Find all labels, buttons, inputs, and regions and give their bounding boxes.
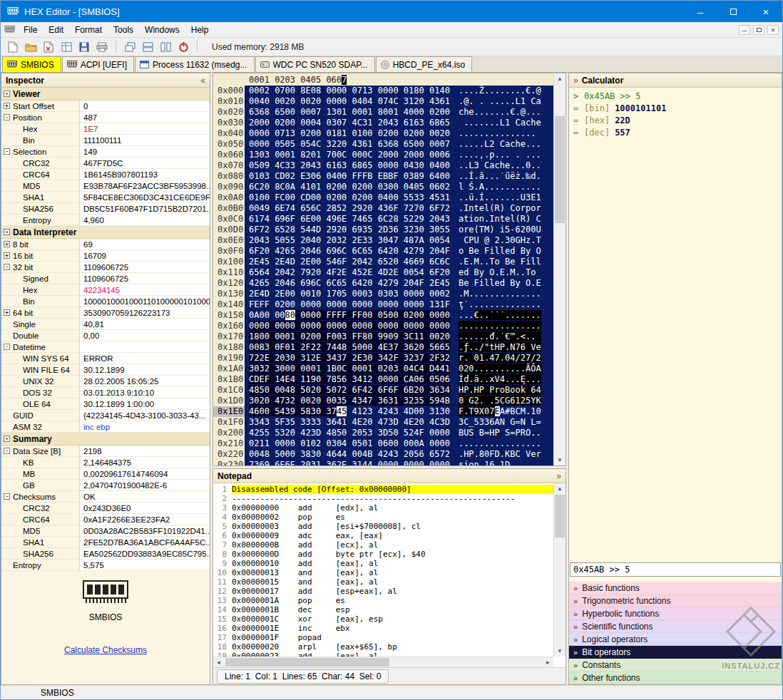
menu-tools[interactable]: Tools	[108, 23, 139, 37]
hex-row[interactable]: 0x2200048 5000 3830 4644 004B 4243 2056 …	[213, 449, 553, 460]
hex-row[interactable]: 0x0906C20 8C0A 4101 0200 0200 0300 0405 …	[213, 182, 553, 192]
category-bit-operators[interactable]: »Bit operators	[569, 646, 782, 659]
tab-hbcd-pe-x64-iso[interactable]: HBCD_PE_x64.iso	[376, 56, 472, 72]
grid-view-icon[interactable]	[58, 40, 74, 54]
menu-file[interactable]: File	[18, 23, 43, 37]
tab-smbios[interactable]: SMBIOS	[2, 56, 61, 72]
maximize-icon[interactable]	[717, 1, 749, 22]
category-scientific-functions[interactable]: »Scientific functions	[569, 620, 782, 633]
hex-row[interactable]: 0x0C06174 696F 6E00 496E 7465 6C28 5229 …	[213, 214, 553, 225]
hex-row[interactable]: 0x1302E4D 2E00 0010 1705 0003 0303 0000 …	[213, 289, 553, 299]
expand-toggle-icon[interactable]: +	[4, 309, 10, 316]
notepad-vertical-scrollbar[interactable]: ▲ ▼	[553, 483, 566, 657]
hex-row[interactable]: 0x0B00049 6E74 656C 2852 2920 436F 7270 …	[213, 203, 553, 214]
menu-windows[interactable]: Windows	[139, 23, 185, 37]
hex-row[interactable]: 0x1D03020 4732 0020 0035 4347 3631 3235 …	[213, 396, 553, 406]
category-hyperbolic-functions[interactable]: »Hyperbolic functions	[569, 607, 782, 620]
scroll-down-icon[interactable]: ▼	[554, 646, 566, 657]
category-basic-functions[interactable]: »Basic functions	[569, 582, 782, 595]
inspector-section-summary[interactable]: -Summary	[1, 433, 210, 446]
hex-row[interactable]: 0x1A03032 3000 0001 1B0C 0001 0203 04C4 …	[213, 364, 553, 374]
hex-row[interactable]: 0x2307369 6F6E 2031 362E 3144 0000 0000 …	[213, 460, 553, 465]
expand-toggle-icon[interactable]: +	[4, 241, 10, 247]
hex-row[interactable]: 0x0D06F72 6528 544D 2920 6935 2D36 3230 …	[213, 225, 553, 235]
hex-row[interactable]: 0x1500A00 0080 0000 FFFF FF00 0500 0200 …	[213, 310, 553, 321]
hex-row[interactable]: 0x0000002 0700 8E08 0000 0713 0000 0180 …	[213, 86, 553, 96]
hex-row[interactable]: 0x1F03343 5F35 3333 3641 4E20 473D 4E20 …	[213, 417, 553, 428]
mdi-minimize-icon[interactable]: –	[739, 25, 750, 35]
notepad-horizontal-scrollbar[interactable]: ◄ ►	[213, 657, 553, 667]
minimize-icon[interactable]: –	[684, 1, 717, 22]
hex-row[interactable]: 0x0E02043 5055 2040 2032 2E33 3047 487A …	[213, 235, 553, 246]
scroll-up-icon[interactable]: ▲	[554, 73, 566, 84]
tile-vertical-icon[interactable]	[158, 40, 173, 54]
hex-row[interactable]: 0x1B0CDEF 14E4 1190 7856 3412 0000 CA06 …	[213, 374, 553, 385]
cascade-windows-icon[interactable]	[122, 40, 138, 54]
tab-acpi-uefi[interactable]: ACPI [UEFI]	[62, 56, 134, 72]
collapse-toggle-icon[interactable]: -	[4, 91, 10, 97]
calculator-input[interactable]	[570, 562, 781, 577]
hex-vertical-scrollbar[interactable]: ▲ ▼	[553, 73, 566, 465]
hex-row[interactable]: 0x0F06F20 4265 2046 696C 6C65 6420 4279 …	[213, 246, 553, 257]
hex-row[interactable]: 0x1E04600 5439 5830 3745 4123 4243 4D00 …	[213, 406, 553, 417]
close-icon[interactable]: ×	[749, 1, 782, 22]
collapse-toggle-icon[interactable]: -	[4, 114, 10, 120]
inspector-section-viewer[interactable]: -Viewer	[1, 88, 210, 101]
hex-row[interactable]: 0x1002E45 2E4D 2E00 546F 2042 6520 4669 …	[213, 257, 553, 267]
collapse-toggle-icon[interactable]: -	[4, 229, 10, 235]
hex-row[interactable]: 0x140FEFF 0200 0000 0000 0000 0000 0000 …	[213, 299, 553, 310]
mdi-restore-icon[interactable]	[753, 25, 764, 35]
category-other-functions[interactable]: »Other functions	[569, 671, 782, 684]
hex-row[interactable]: 0x1800083 0F01 2F22 7448 5000 4E37 3620 …	[213, 342, 553, 353]
category-logical-operators[interactable]: »Logical operators	[569, 633, 782, 646]
hex-row[interactable]: 0x1600000 0000 0000 0000 0000 0000 0000 …	[213, 321, 553, 331]
hex-row[interactable]: 0x190722E 2030 312E 3437 2E30 342F 3237 …	[213, 353, 553, 364]
scrollbar-thumb[interactable]	[555, 116, 565, 223]
menu-format[interactable]: Format	[69, 23, 108, 37]
hex-row[interactable]: 0x0206368 6500 0007 1301 0001 8001 4000 …	[213, 107, 553, 118]
hex-row[interactable]: 0x0500000 0505 054C 3220 4361 6368 6500 …	[213, 139, 553, 150]
category-constants[interactable]: »Constants	[569, 659, 782, 671]
hex-row[interactable]: 0x0302000 0200 0004 0307 4C31 2043 6163 …	[213, 118, 553, 128]
scrollbar-thumb[interactable]	[555, 495, 565, 537]
tile-horizontal-icon[interactable]	[140, 40, 155, 54]
calculate-checksums-link[interactable]: Calculate Checksums	[64, 645, 147, 655]
new-file-icon[interactable]	[5, 40, 21, 54]
hex-row[interactable]: 0x0700509 4C33 2043 6163 6865 0000 0430 …	[213, 160, 553, 171]
collapse-toggle-icon[interactable]: -	[4, 448, 10, 454]
hex-grid[interactable]: 0x0000002 0700 8E08 0000 0713 0000 0180 …	[213, 86, 553, 465]
inspector-section-data-interpreter[interactable]: -Data Interpreter	[1, 226, 210, 239]
hex-row[interactable]: 0x2100211 0000 0102 0304 0501 0600 000A …	[213, 438, 553, 449]
collapse-toggle-icon[interactable]: -	[4, 264, 10, 270]
scroll-right-icon[interactable]: ►	[543, 657, 553, 668]
open-file-icon[interactable]	[23, 40, 39, 54]
menu-edit[interactable]: Edit	[43, 23, 69, 37]
collapse-toggle-icon[interactable]: -	[4, 148, 10, 155]
hex-row[interactable]: 0x1701800 0001 0200 F003 FF80 9909 3C11 …	[213, 331, 553, 342]
collapse-toggle-icon[interactable]: -	[4, 344, 10, 350]
hex-row[interactable]: 0x0800103 CD02 E306 0400 FFFB EBBF 0389 …	[213, 171, 553, 182]
scrollbar-thumb[interactable]	[225, 658, 389, 666]
tab-wdc-pc-sn520-sdap[interactable]: WDC PC SN520 SDAP...	[255, 56, 375, 72]
hex-row[interactable]: 0x0A00100 FC00 CD00 0200 0200 0400 5533 …	[213, 192, 553, 203]
close-file-icon[interactable]	[41, 40, 56, 54]
tab-process-11632-msedg[interactable]: Process 11632 (msedg...	[135, 56, 255, 72]
collapse-toggle-icon[interactable]: -	[4, 493, 10, 500]
category-trigonometric-functions[interactable]: »Trigonometric functions	[569, 595, 782, 607]
scroll-up-icon[interactable]: ▲	[554, 483, 566, 494]
hex-row[interactable]: 0x1204265 2046 696C 6C65 6420 4279 204F …	[213, 278, 553, 289]
menu-help[interactable]: Help	[185, 23, 215, 37]
scroll-left-icon[interactable]: ◄	[213, 657, 224, 668]
mdi-close-icon[interactable]: ×	[767, 25, 779, 35]
hex-row[interactable]: 0x2004255 5320 423D 4850 2053 3D50 524F …	[213, 428, 553, 438]
notepad-editor[interactable]: 1Disassembled code [Offset: 0x00000000]2…	[213, 483, 553, 657]
collapse-panel-icon[interactable]: «	[200, 76, 205, 86]
save-icon[interactable]	[76, 40, 92, 54]
hex-row[interactable]: 0x1C04850 0048 5020 5072 6F42 6F6F 6B20 …	[213, 385, 553, 396]
hex-row[interactable]: 0x0400000 0713 0200 0181 0100 0200 0200 …	[213, 128, 553, 139]
hex-row[interactable]: 0x1106564 2042 7920 4F2E 452E 4D2E 0054 …	[213, 267, 553, 278]
scroll-down-icon[interactable]: ▼	[554, 455, 566, 465]
pin-panel-icon[interactable]: »	[573, 76, 578, 86]
pin-panel-icon[interactable]: »	[556, 471, 561, 481]
expand-toggle-icon[interactable]: +	[4, 252, 10, 259]
